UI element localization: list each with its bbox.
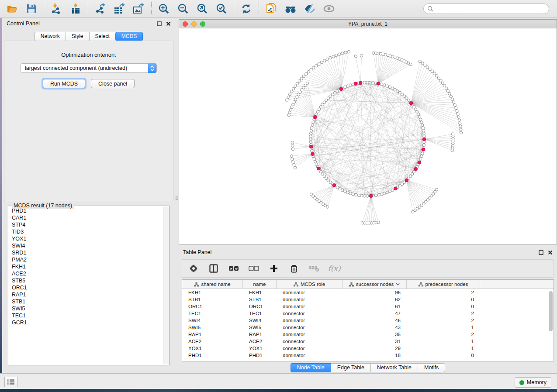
table-cell[interactable]: 1 [407, 346, 480, 351]
graph-node[interactable] [363, 195, 366, 197]
table-cell[interactable]: dominator [277, 290, 343, 295]
graph-node[interactable] [437, 77, 440, 79]
table-cell[interactable]: 0 [407, 304, 480, 309]
table-cell[interactable]: dominator [277, 297, 343, 302]
tab-edge-table[interactable]: Edge Table [331, 363, 370, 372]
graph-node[interactable] [307, 70, 310, 73]
graph-node[interactable] [290, 155, 293, 157]
table-cell[interactable]: ACE2 [182, 339, 243, 344]
graph-node[interactable] [429, 68, 431, 70]
graph-node[interactable] [306, 82, 308, 85]
graph-node[interactable] [355, 193, 357, 196]
mcds-result-item[interactable]: SWI5 [12, 305, 163, 312]
graph-node[interactable] [344, 86, 346, 88]
table-scrollbar-thumb[interactable] [549, 291, 553, 331]
graph-node[interactable] [311, 124, 314, 126]
graph-hub-node[interactable] [311, 152, 315, 156]
graph-node[interactable] [291, 141, 294, 144]
graph-node[interactable] [291, 106, 293, 108]
graph-node[interactable] [419, 158, 422, 160]
graph-node[interactable] [439, 79, 442, 82]
table-cell[interactable]: 43 [343, 325, 407, 330]
table-cell[interactable]: ORC1 [243, 304, 277, 309]
table-cell[interactable]: PHD1 [243, 353, 277, 358]
clone-network-icon[interactable] [265, 3, 277, 15]
graph-node[interactable] [293, 163, 295, 166]
graph-node[interactable] [445, 87, 447, 89]
graph-node[interactable] [451, 98, 453, 100]
graph-node[interactable] [352, 193, 354, 196]
mcds-result-item[interactable]: TID3 [12, 228, 163, 235]
graph-node[interactable] [341, 189, 344, 192]
close-panel-button[interactable]: Close panel [91, 79, 135, 88]
graph-node[interactable] [309, 132, 312, 135]
graph-node[interactable] [313, 158, 315, 160]
close-panel-icon[interactable] [548, 250, 553, 255]
graph-node[interactable] [354, 55, 357, 58]
table-cell[interactable]: ACE2 [243, 339, 277, 344]
table-cell[interactable]: connector [277, 325, 343, 330]
table-cell[interactable]: 0 [407, 297, 480, 302]
table-row[interactable]: ACE2ACE2connector311 [182, 338, 554, 345]
graph-node[interactable] [309, 141, 312, 143]
graph-node[interactable] [361, 221, 363, 224]
mcds-result-item[interactable]: ACE2 [12, 270, 163, 277]
table-cell[interactable]: 61 [343, 304, 407, 309]
gear-icon[interactable] [188, 263, 199, 274]
graph-hub-node[interactable] [332, 184, 336, 187]
graph-node[interactable] [366, 81, 369, 84]
graph-node[interactable] [302, 75, 305, 78]
column-header-MCDS-role[interactable]: MCDS role [277, 280, 343, 289]
table-cell[interactable]: dominator [277, 332, 343, 337]
graph-node[interactable] [312, 66, 315, 69]
graph-node[interactable] [319, 170, 322, 173]
table-row[interactable]: TEC1TEC1connector472 [182, 310, 554, 317]
graph-node[interactable] [341, 52, 344, 55]
graph-node[interactable] [459, 122, 461, 124]
mcds-result-item[interactable]: RAP1 [12, 291, 163, 298]
graph-node[interactable] [422, 129, 425, 132]
graph-node[interactable] [383, 192, 386, 195]
graph-node[interactable] [336, 89, 339, 92]
table-row[interactable]: YOX1YOX1connector291 [182, 345, 554, 352]
delete-column-icon[interactable] [289, 263, 299, 274]
graph-node[interactable] [388, 86, 391, 88]
show-details-icon[interactable] [323, 3, 335, 15]
graph-node[interactable] [310, 69, 312, 71]
column-header-predecessor-nodes[interactable]: predecessor nodes [407, 280, 480, 289]
graph-node[interactable] [417, 113, 420, 116]
tab-network[interactable]: Network [35, 32, 66, 41]
graph-node[interactable] [453, 104, 456, 107]
graph-node[interactable] [290, 90, 293, 93]
table-cell[interactable]: STB1 [243, 297, 277, 302]
column-header-successor-nodes[interactable]: successor nodes [343, 280, 407, 289]
graph-node[interactable] [422, 132, 425, 135]
graph-node[interactable] [293, 100, 295, 103]
save-session-icon[interactable] [25, 3, 38, 15]
table-cell[interactable]: 18 [343, 353, 407, 358]
tab-network-table[interactable]: Network Table [370, 363, 418, 372]
graph-node[interactable] [363, 81, 366, 84]
add-column-icon[interactable] [269, 263, 279, 274]
mcds-result-item[interactable]: SWI4 [12, 242, 163, 249]
table-cell[interactable]: PHD1 [182, 353, 243, 358]
mcds-result-item[interactable]: SRD1 [12, 249, 163, 256]
graph-node[interactable] [289, 108, 292, 111]
graph-node[interactable] [318, 62, 320, 65]
graph-node[interactable] [294, 85, 297, 87]
graph-node[interactable] [336, 186, 339, 189]
mcds-result-item[interactable]: STP4 [12, 221, 163, 228]
optimization-criterion-select[interactable]: largest connected component (undirected) [21, 63, 157, 73]
graph-node[interactable] [332, 55, 335, 58]
graph-node[interactable] [433, 72, 436, 75]
graph-node[interactable] [386, 85, 388, 87]
graph-node[interactable] [435, 74, 438, 77]
tab-node-table[interactable]: Node Table [291, 363, 331, 372]
graph-node[interactable] [422, 144, 425, 146]
graph-hub-node[interactable] [422, 148, 425, 151]
graph-node[interactable] [426, 66, 429, 69]
export-table-icon[interactable] [114, 3, 126, 15]
table-cell[interactable]: 96 [343, 290, 407, 295]
graph-hub-node[interactable] [359, 81, 362, 85]
graph-node[interactable] [421, 62, 424, 65]
